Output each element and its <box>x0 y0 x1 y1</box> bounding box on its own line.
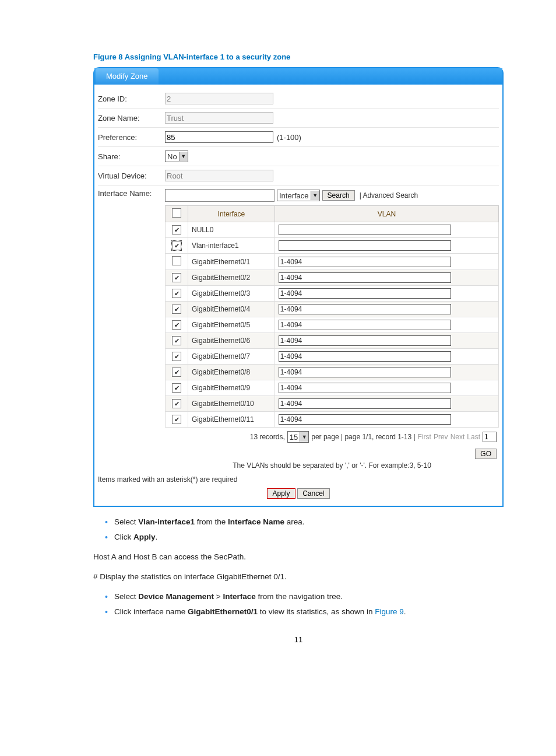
row-checkbox[interactable] <box>172 241 181 250</box>
preference-input[interactable] <box>165 131 273 143</box>
pager-records: 13 records, <box>250 433 285 441</box>
share-select[interactable]: No ▼ <box>165 150 188 162</box>
required-note: Items marked with an asterisk(*) are req… <box>98 474 499 486</box>
label-virtual-device: Virtual Device: <box>98 172 165 180</box>
chevron-down-icon: ▼ <box>300 432 308 442</box>
pager: 13 records, 15 ▼ per page | page 1/1, re… <box>165 428 499 460</box>
vlan-input[interactable] <box>279 320 451 330</box>
table-row: GigabitEthernet0/4 <box>166 302 499 317</box>
chevron-down-icon: ▼ <box>179 152 188 161</box>
select-all-checkbox[interactable] <box>172 208 181 218</box>
step-select-vlan-interface: Select Vlan-interface1 from the Interfac… <box>105 516 504 528</box>
interface-cell: GigabitEthernet0/6 <box>188 333 275 349</box>
apply-button[interactable]: Apply <box>267 488 295 499</box>
tab-modify-zone[interactable]: Modify Zone <box>96 68 159 85</box>
table-row: GigabitEthernet0/3 <box>166 286 499 302</box>
go-button[interactable]: GO <box>475 449 497 459</box>
vlan-helper-text: The VLANs should be separated by ',' or … <box>165 460 499 471</box>
row-checkbox[interactable] <box>172 415 181 424</box>
interface-table: Interface VLAN NULL0Vlan-interface1Gigab… <box>165 205 499 428</box>
interface-cell: GigabitEthernet0/11 <box>188 412 275 428</box>
tab-bar: Modify Zone <box>94 68 502 85</box>
share-select-value: No <box>166 152 179 161</box>
table-row: GigabitEthernet0/10 <box>166 396 499 412</box>
figure-caption: Figure 8 Assigning VLAN-interface 1 to a… <box>93 52 504 61</box>
vlan-input[interactable] <box>279 351 451 362</box>
row-checkbox[interactable] <box>172 225 181 235</box>
step-select-device-mgmt: Select Device Management > Interface fro… <box>105 591 504 603</box>
table-row: NULL0 <box>166 222 499 238</box>
chevron-down-icon: ▼ <box>311 191 319 200</box>
table-row: Vlan-interface1 <box>166 238 499 254</box>
vlan-input[interactable] <box>279 257 451 267</box>
pager-last[interactable]: Last <box>467 433 480 441</box>
table-row: GigabitEthernet0/7 <box>166 349 499 365</box>
row-checkbox[interactable] <box>172 352 181 361</box>
table-row: GigabitEthernet0/6 <box>166 333 499 349</box>
per-page-select[interactable]: 15 ▼ <box>287 431 309 443</box>
page-number: 11 <box>93 635 504 644</box>
label-zone-name: Zone Name: <box>98 114 165 123</box>
zone-id-input <box>165 93 273 104</box>
step-click-apply: Click Apply. <box>105 531 504 543</box>
interface-cell: GigabitEthernet0/4 <box>188 302 275 317</box>
table-row: GigabitEthernet0/9 <box>166 380 499 396</box>
vlan-input[interactable] <box>279 240 451 251</box>
pager-next[interactable]: Next <box>451 433 465 441</box>
row-checkbox[interactable] <box>172 289 181 298</box>
interface-cell: NULL0 <box>188 222 275 238</box>
row-checkbox[interactable] <box>172 336 181 345</box>
zone-name-input <box>165 112 273 124</box>
label-zone-id: Zone ID: <box>98 94 165 103</box>
search-button[interactable]: Search <box>322 190 355 201</box>
preference-hint: (1-100) <box>277 133 301 142</box>
modify-zone-panel: Modify Zone Zone ID: Zone Name: Preferen… <box>93 67 504 507</box>
paragraph-access: Host A and Host B can access the SecPath… <box>93 551 504 563</box>
interface-cell: GigabitEthernet0/2 <box>188 270 275 286</box>
vlan-input[interactable] <box>279 304 451 314</box>
label-preference: Preference: <box>98 133 165 142</box>
cancel-button[interactable]: Cancel <box>297 488 329 499</box>
interface-cell: GigabitEthernet0/5 <box>188 317 275 333</box>
label-share: Share: <box>98 152 165 161</box>
row-checkbox[interactable] <box>172 399 181 408</box>
col-vlan: VLAN <box>275 206 498 222</box>
vlan-input[interactable] <box>279 367 451 377</box>
vlan-input[interactable] <box>279 225 451 235</box>
col-interface: Interface <box>188 206 275 222</box>
interface-cell: GigabitEthernet0/1 <box>188 254 275 270</box>
pager-info: per page | page 1/1, record 1-13 | <box>311 433 415 441</box>
row-checkbox[interactable] <box>172 273 181 282</box>
row-checkbox[interactable] <box>172 304 181 314</box>
interface-cell: GigabitEthernet0/3 <box>188 286 275 302</box>
advanced-search-link[interactable]: | Advanced Search <box>360 191 418 200</box>
row-checkbox[interactable] <box>172 256 181 265</box>
table-row: GigabitEthernet0/8 <box>166 365 499 380</box>
pager-first[interactable]: First <box>418 433 431 441</box>
row-checkbox[interactable] <box>172 383 181 393</box>
per-page-value: 15 <box>288 433 300 442</box>
virtual-device-input <box>165 170 273 181</box>
pager-prev[interactable]: Prev <box>434 433 448 441</box>
interface-cell: GigabitEthernet0/7 <box>188 349 275 365</box>
figure-9-link[interactable]: Figure 9 <box>375 607 404 616</box>
table-row: GigabitEthernet0/5 <box>166 317 499 333</box>
search-field-value: Interface <box>277 191 311 200</box>
vlan-input[interactable] <box>279 398 451 409</box>
interface-cell: GigabitEthernet0/9 <box>188 380 275 396</box>
page-input[interactable] <box>483 432 497 442</box>
table-row: GigabitEthernet0/11 <box>166 412 499 428</box>
vlan-input[interactable] <box>279 383 451 393</box>
row-checkbox[interactable] <box>172 320 181 330</box>
vlan-input[interactable] <box>279 288 451 299</box>
vlan-input[interactable] <box>279 272 451 283</box>
interface-cell: GigabitEthernet0/8 <box>188 365 275 380</box>
search-input[interactable] <box>165 189 275 202</box>
interface-cell: GigabitEthernet0/10 <box>188 396 275 412</box>
search-field-select[interactable]: Interface ▼ <box>277 190 320 201</box>
step-click-interface-name: Click interface name GigabitEthernet0/1 … <box>105 606 504 618</box>
interface-cell: Vlan-interface1 <box>188 238 275 254</box>
vlan-input[interactable] <box>279 335 451 346</box>
vlan-input[interactable] <box>279 414 451 425</box>
row-checkbox[interactable] <box>172 368 181 377</box>
